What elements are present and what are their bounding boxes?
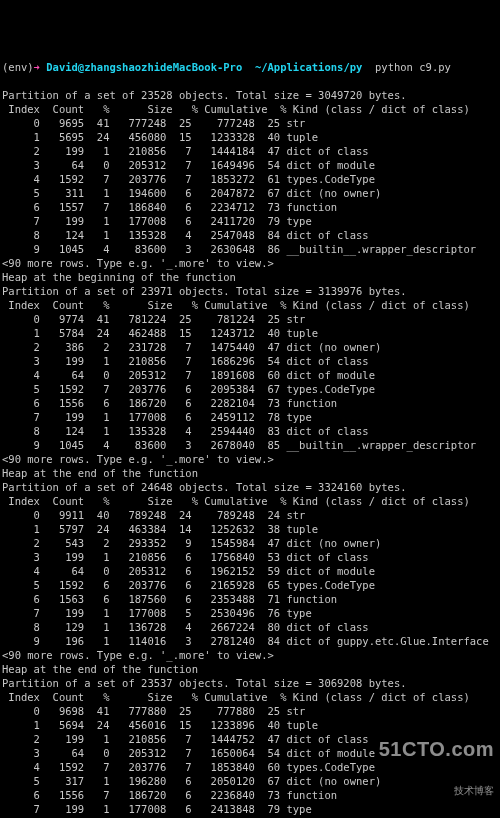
table-row: 9 1045 4 83600 3 2630648 86 __builtin__.…	[2, 242, 498, 256]
cwd-path: ~/Applications/py	[255, 61, 362, 73]
heap-line: Heap at the end of the function	[2, 466, 498, 480]
table-row: 8 124 1 135328 4 2547048 84 dict of clas…	[2, 228, 498, 242]
table-row: 0 9774 41 781224 25 781224 25 str	[2, 312, 498, 326]
partition-line: Partition of a set of 24648 objects. Tot…	[2, 480, 498, 494]
terminal-output[interactable]: Partition of a set of 23528 objects. Tot…	[2, 88, 498, 818]
partition-line: Partition of a set of 23528 objects. Tot…	[2, 88, 498, 102]
table-row: 6 1557 7 186840 6 2234712 73 function	[2, 200, 498, 214]
table-row: 0 9695 41 777248 25 777248 25 str	[2, 116, 498, 130]
table-row: 1 5695 24 456080 15 1233328 40 tuple	[2, 130, 498, 144]
table-row: 3 199 1 210856 6 1756840 53 dict of clas…	[2, 550, 498, 564]
table-row: 9 196 1 114016 3 2781240 84 dict of gupp…	[2, 634, 498, 648]
partition-line: Partition of a set of 23537 objects. Tot…	[2, 676, 498, 690]
heap-line: Heap at the beginning of the function	[2, 270, 498, 284]
watermark-domain: 51CTO.com	[379, 742, 494, 756]
shell-prompt[interactable]: (env)➜ David@zhangshaozhideMacBook-Pro ~…	[2, 60, 498, 74]
table-row: 8 129 1 136728 4 2667224 80 dict of clas…	[2, 620, 498, 634]
table-row: 1 5797 24 463384 14 1252632 38 tuple	[2, 522, 498, 536]
more-rows-line: <90 more rows. Type e.g. '_.more' to vie…	[2, 256, 498, 270]
prompt-arrow-icon: ➜	[34, 61, 40, 73]
more-rows-line: <90 more rows. Type e.g. '_.more' to vie…	[2, 452, 498, 466]
table-row: 2 199 1 210856 7 1444184 47 dict of clas…	[2, 144, 498, 158]
table-row: 9 1045 4 83600 3 2678040 85 __builtin__.…	[2, 438, 498, 452]
table-row: 3 199 1 210856 7 1686296 54 dict of clas…	[2, 354, 498, 368]
table-row: 7 199 1 177008 5 2530496 76 type	[2, 606, 498, 620]
heap-line: Heap at the end of the function	[2, 662, 498, 676]
watermark-sub: 技术博客	[379, 784, 494, 798]
partition-line: Partition of a set of 23971 objects. Tot…	[2, 284, 498, 298]
table-row: 2 386 2 231728 7 1475440 47 dict (no own…	[2, 340, 498, 354]
table-row: 3 64 0 205312 7 1649496 54 dict of modul…	[2, 158, 498, 172]
table-header: Index Count % Size % Cumulative % Kind (…	[2, 102, 498, 116]
watermark: 51CTO.com 技术博客	[379, 714, 494, 812]
command-text: python c9.py	[375, 61, 451, 73]
table-row: 5 311 1 194600 6 2047872 67 dict (no own…	[2, 186, 498, 200]
table-row: 7 199 1 177008 6 2459112 78 type	[2, 410, 498, 424]
table-row: 4 64 0 205312 6 1962152 59 dict of modul…	[2, 564, 498, 578]
table-header: Index Count % Size % Cumulative % Kind (…	[2, 298, 498, 312]
table-row: 4 1592 7 203776 7 1853272 61 types.CodeT…	[2, 172, 498, 186]
table-row: 7 199 1 177008 6 2411720 79 type	[2, 214, 498, 228]
table-row: 0 9911 40 789248 24 789248 24 str	[2, 508, 498, 522]
table-row: 6 1556 6 186720 6 2282104 73 function	[2, 396, 498, 410]
more-rows-line: <90 more rows. Type e.g. '_.more' to vie…	[2, 648, 498, 662]
virtualenv-label: (env)	[2, 61, 34, 73]
table-header: Index Count % Size % Cumulative % Kind (…	[2, 494, 498, 508]
table-row: 6 1563 6 187560 6 2353488 71 function	[2, 592, 498, 606]
table-header: Index Count % Size % Cumulative % Kind (…	[2, 690, 498, 704]
table-row: 5 1592 6 203776 6 2165928 65 types.CodeT…	[2, 578, 498, 592]
table-row: 8 124 1 135328 4 2594440 83 dict of clas…	[2, 424, 498, 438]
table-row: 1 5784 24 462488 15 1243712 40 tuple	[2, 326, 498, 340]
user-host: David@zhangshaozhideMacBook-Pro	[46, 61, 242, 73]
table-row: 5 1592 7 203776 6 2095384 67 types.CodeT…	[2, 382, 498, 396]
table-row: 2 543 2 293352 9 1545984 47 dict (no own…	[2, 536, 498, 550]
table-row: 4 64 0 205312 7 1891608 60 dict of modul…	[2, 368, 498, 382]
